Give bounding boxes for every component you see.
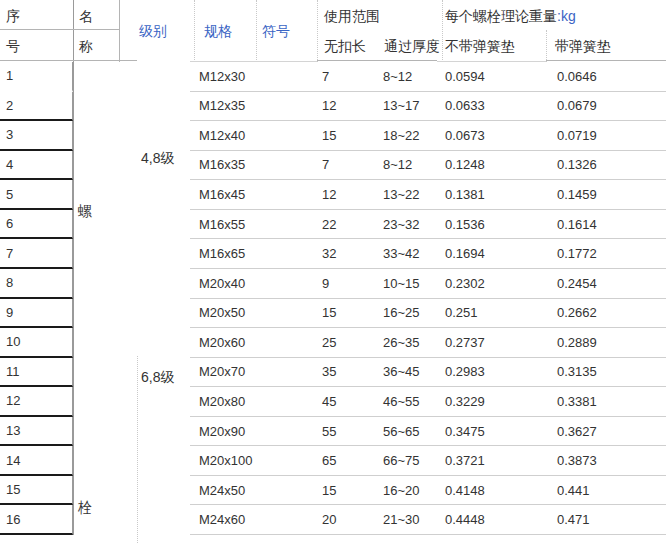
cell-name-level-gap [73,239,190,269]
cell-seq-number: 10 [0,328,73,358]
cell-weight-plain: 0.0633 [437,92,547,122]
cell-weight-spring: 0.3873 [547,446,666,476]
cell-name-level-gap [73,121,190,151]
table-row: 12 M20x80 45 46~55 0.3229 0.3381 [0,387,666,417]
level-spec-divider [194,0,195,62]
table-row: 9 M20x50 15 16~25 0.251 0.2662 [0,299,666,329]
cell-symbol [257,476,312,506]
spec-symbol-divider [256,0,257,62]
washer-columns-divider [546,30,547,62]
cell-symbol [257,239,312,269]
cell-seq-number: 5 [0,180,73,210]
cell-weight-plain: 0.4448 [437,505,547,535]
cell-spec: M16x35 [190,151,257,181]
cell-no-thread-length: 15 [312,121,375,151]
cell-weight-spring: 0.441 [547,476,666,506]
header-usage-range: 使用范围 [324,9,380,24]
cell-weight-spring: 0.471 [547,505,666,535]
cell-spec: M20x100 [190,446,257,476]
cell-thickness-range: 56~65 [375,417,437,447]
cell-weight-spring: 0.1614 [547,210,666,240]
cell-no-thread-length: 22 [312,210,375,240]
cell-no-thread-length: 9 [312,269,375,299]
cell-symbol [257,328,312,358]
cell-name-level-gap [73,505,190,535]
cell-seq-number: 2 [0,92,73,122]
cell-no-thread-length: 15 [312,299,375,329]
cell-weight-plain: 0.251 [437,299,547,329]
header-level: 级别 [139,24,167,39]
table-row: 2 M12x35 12 13~17 0.0633 0.0679 [0,92,666,122]
cell-no-thread-length: 7 [312,151,375,181]
usage-weight-divider [442,0,443,62]
cell-thickness-range: 33~42 [375,239,437,269]
table-row: 6 M16x55 22 23~32 0.1536 0.1614 [0,210,666,240]
cell-symbol [257,121,312,151]
cell-weight-spring: 0.3381 [547,387,666,417]
cell-weight-spring: 0.0646 [547,62,666,92]
cell-thickness-range: 26~35 [375,328,437,358]
cell-name-level-gap [73,387,190,417]
cell-symbol [257,180,312,210]
cell-weight-spring: 0.2454 [547,269,666,299]
cell-seq-number: 16 [0,505,73,535]
header-without-spring-washer: 不带弹簧垫 [445,39,515,54]
header-spec: 规格 [204,24,232,39]
cell-weight-spring: 0.1459 [547,180,666,210]
cell-weight-plain: 0.0673 [437,121,547,151]
cell-symbol [257,269,312,299]
cell-name-level-gap [73,269,190,299]
cell-no-thread-length: 65 [312,446,375,476]
cell-spec: M20x60 [190,328,257,358]
cell-weight-plain: 0.1536 [437,210,547,240]
cell-seq-number: 11 [0,358,73,388]
cell-spec: M16x65 [190,239,257,269]
cell-symbol [257,299,312,329]
cell-symbol [257,151,312,181]
table-body: 1 M12x30 7 8~12 0.0594 0.0646 2 M12x35 1… [0,62,666,535]
cell-symbol [257,62,312,92]
header-bottom-left [0,60,137,61]
cell-name-level-gap [73,210,190,240]
cell-seq-number: 15 [0,476,73,506]
table-row: 10 M20x60 25 26~35 0.2737 0.2889 [0,328,666,358]
cell-name-level-gap [73,328,190,358]
cell-no-thread-length: 35 [312,358,375,388]
cell-weight-plain: 0.3475 [437,417,547,447]
cell-weight-spring: 0.2889 [547,328,666,358]
cell-no-thread-length: 15 [312,476,375,506]
cell-seq-number: 14 [0,446,73,476]
cell-spec: M20x50 [190,299,257,329]
cell-weight-plain: 0.1381 [437,180,547,210]
cell-seq-number: 9 [0,299,73,329]
header-name-bottom: 称 [79,39,93,54]
header-seq-bottom: 号 [6,39,20,54]
cell-thickness-range: 8~12 [375,62,437,92]
cell-symbol [257,358,312,388]
cell-weight-spring: 0.0719 [547,121,666,151]
cell-spec: M20x80 [190,387,257,417]
header-with-spring-washer: 带弹簧垫 [555,39,611,54]
table-row: 16 M24x60 20 21~30 0.4448 0.471 [0,505,666,535]
header-bottom-spring [546,60,666,61]
table-row: 3 M12x40 15 18~22 0.0673 0.0719 [0,121,666,151]
table-row: 13 M20x90 55 56~65 0.3475 0.3627 [0,417,666,447]
cell-thickness-range: 8~12 [375,151,437,181]
cell-name-level-gap [73,62,190,92]
cell-no-thread-length: 7 [312,62,375,92]
cell-thickness-range: 21~30 [375,505,437,535]
cell-no-thread-length: 45 [312,387,375,417]
table-row: 5 M16x45 12 13~22 0.1381 0.1459 [0,180,666,210]
cell-name-level-gap [73,476,190,506]
cell-thickness-range: 46~55 [375,387,437,417]
cell-no-thread-length: 55 [312,417,375,447]
cell-weight-spring: 0.3135 [547,358,666,388]
name-column-divider [119,0,120,62]
cell-name-level-gap [73,358,190,388]
cell-symbol [257,92,312,122]
cell-spec: M24x60 [190,505,257,535]
cell-name-level-gap [73,92,190,122]
cell-symbol [257,505,312,535]
cell-spec: M20x40 [190,269,257,299]
cell-thickness-range: 23~32 [375,210,437,240]
